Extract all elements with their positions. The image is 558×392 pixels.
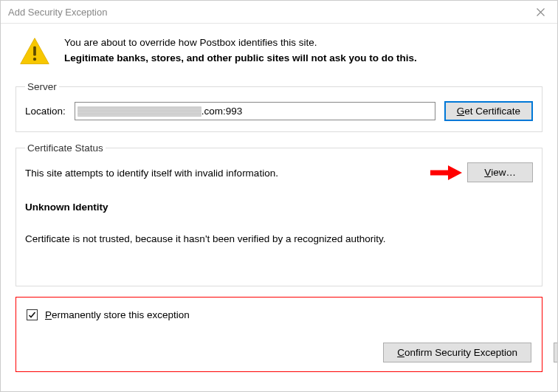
warning-text: You are about to override how Postbox id…: [64, 35, 417, 66]
server-fieldset: Server Location: .com:993 Get Certificat…: [16, 81, 542, 132]
permanent-label: Permanently store this exception: [45, 309, 190, 320]
server-legend: Server: [25, 81, 59, 92]
close-button[interactable]: [524, 1, 557, 24]
certificate-status-legend: Certificate Status: [25, 142, 106, 154]
get-certificate-button[interactable]: Get Certificate: [444, 101, 533, 121]
close-icon: [537, 8, 545, 16]
not-trusted-text: Certificate is not trusted, because it h…: [25, 233, 533, 244]
svg-point-1: [33, 58, 36, 61]
location-input[interactable]: .com:993: [75, 102, 435, 120]
unknown-identity-heading: Unknown Identity: [25, 202, 533, 213]
location-suffix: .com:993: [202, 106, 243, 117]
warning-row: You are about to override how Postbox id…: [16, 34, 542, 75]
footer-box: Permanently store this exception Confirm…: [16, 297, 542, 372]
warning-line1: You are about to override how Postbox id…: [64, 35, 417, 51]
certificate-status-text: This site attempts to identify itself wi…: [25, 166, 421, 179]
dialog-content: You are about to override how Postbox id…: [1, 24, 557, 384]
warning-line2: Legitimate banks, stores, and other publ…: [64, 51, 417, 66]
arrow-icon: [429, 165, 463, 181]
check-icon: [28, 311, 36, 319]
confirm-button[interactable]: Confirm Security Exception: [383, 343, 531, 362]
warning-icon: [18, 35, 51, 68]
cancel-button[interactable]: Cancel: [554, 343, 558, 362]
window-title: Add Security Exception: [8, 7, 107, 18]
permanent-checkbox[interactable]: [27, 309, 38, 320]
view-button[interactable]: View…: [467, 162, 533, 182]
certificate-status-fieldset: Certificate Status This site attempts to…: [16, 142, 542, 286]
svg-rect-0: [33, 47, 36, 56]
redacted-host: [78, 106, 202, 117]
location-label: Location:: [25, 106, 66, 117]
titlebar: Add Security Exception: [1, 1, 557, 24]
